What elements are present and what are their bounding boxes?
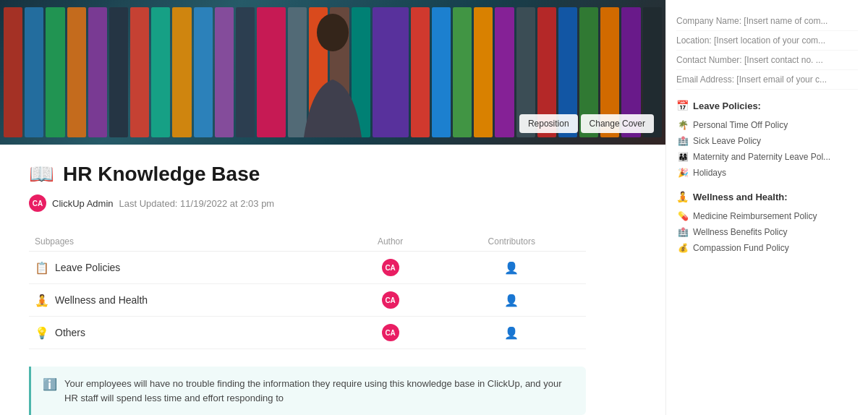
company-name-field: Company Name: [Insert name of com... <box>676 12 858 31</box>
sidebar-item-label: Personal Time Off Policy <box>693 120 856 130</box>
col-author: Author <box>344 232 438 252</box>
subpage-name[interactable]: 📋 Leave Policies <box>35 261 338 275</box>
page-title: HR Knowledge Base <box>63 163 260 186</box>
subpage-label: Others <box>55 327 85 338</box>
subpage-icon: 🧘 <box>35 294 49 307</box>
contributor-icon: 👤 <box>504 327 519 339</box>
table-row[interactable]: 📋 Leave Policies CA 👤 <box>29 252 586 284</box>
subpage-label: Wellness and Health <box>55 294 148 306</box>
subpages-table: Subpages Author Contributors 📋 Leave Pol… <box>29 232 586 349</box>
contributor-icon: 👤 <box>504 262 519 274</box>
author-name: ClickUp Admin <box>52 198 114 209</box>
author-cell: CA <box>344 284 438 317</box>
email-field: Email Address: [Insert email of your c..… <box>676 70 858 90</box>
change-cover-button[interactable]: Change Cover <box>581 114 654 133</box>
author-cell: CA <box>344 252 438 284</box>
subpage-name[interactable]: 💡 Others <box>35 326 338 340</box>
sidebar-item-label: Compassion Fund Policy <box>693 243 856 253</box>
reposition-button[interactable]: Reposition <box>519 114 578 133</box>
col-contributors: Contributors <box>437 232 586 252</box>
sidebar-item-icon: 💊 <box>678 211 689 221</box>
table-row[interactable]: 🧘 Wellness and Health CA 👤 <box>29 284 586 317</box>
cover-action-buttons: Reposition Change Cover <box>519 114 654 133</box>
subpage-name[interactable]: 🧘 Wellness and Health <box>35 294 338 307</box>
table-row[interactable]: 💡 Others CA 👤 <box>29 317 586 349</box>
leave-policies-section-icon: 📅 <box>676 100 689 111</box>
page-title-row: 📖 HR Knowledge Base <box>29 162 586 186</box>
wellness-title-text: Wellness and Health: <box>693 192 788 202</box>
sidebar-item-label: Holidays <box>693 168 856 178</box>
contributors-cell: 👤 <box>437 252 586 284</box>
sidebar-item-label: Sick Leave Policy <box>693 136 856 146</box>
contributors-cell: 👤 <box>437 317 586 349</box>
leave-policies-title-text: Leave Policies: <box>693 100 761 111</box>
location-field: Location: [Insert location of your com..… <box>676 31 858 51</box>
sidebar-item-icon: 🏥 <box>678 136 689 146</box>
wellness-section-title: 🧘 Wellness and Health: <box>676 191 858 202</box>
leave-policies-section-title: 📅 Leave Policies: <box>676 100 858 111</box>
contributors-cell: 👤 <box>437 284 586 317</box>
sidebar-item-icon: 🏥 <box>678 227 689 237</box>
author-avatar: CA <box>29 194 46 212</box>
contact-field: Contact Number: [Insert contact no. ... <box>676 51 858 70</box>
sidebar-item[interactable]: 🏥 Wellness Benefits Policy <box>676 224 858 240</box>
sidebar-item[interactable]: 💰 Compassion Fund Policy <box>676 240 858 256</box>
wellness-section-icon: 🧘 <box>676 191 689 202</box>
author-avatar: CA <box>382 324 399 341</box>
sidebar-item[interactable]: 💊 Medicine Reimbursement Policy <box>676 208 858 224</box>
info-box: ℹ️ Your employees will have no trouble f… <box>29 367 586 415</box>
author-cell: CA <box>344 317 438 349</box>
sidebar-item-label: Wellness Benefits Policy <box>693 227 856 237</box>
contributor-icon: 👤 <box>504 294 519 307</box>
sidebar-item[interactable]: 👨‍👩‍👧 Maternity and Paternity Leave Pol.… <box>676 149 858 165</box>
sidebar-item-label: Medicine Reimbursement Policy <box>693 211 856 221</box>
subpage-label: Leave Policies <box>55 262 120 273</box>
right-sidebar: Company Name: [Insert name of com... Loc… <box>665 0 868 415</box>
info-text: Your employees will have no trouble find… <box>64 377 574 405</box>
col-subpages: Subpages <box>29 232 344 252</box>
cover-image: Reposition Change Cover <box>0 0 665 145</box>
sidebar-item-icon: 🌴 <box>678 120 689 130</box>
sidebar-item-icon: 🎉 <box>678 168 689 178</box>
page-emoji: 📖 <box>29 162 54 186</box>
meta-row: CA ClickUp Admin Last Updated: 11/19/202… <box>29 194 586 212</box>
subpage-icon: 💡 <box>35 326 49 340</box>
sidebar-item[interactable]: 🏥 Sick Leave Policy <box>676 133 858 149</box>
author-avatar: CA <box>382 291 399 309</box>
author-avatar: CA <box>382 259 399 276</box>
sidebar-item-icon: 👨‍👩‍👧 <box>678 152 689 162</box>
main-content: 📖 HR Knowledge Base CA ClickUp Admin Las… <box>0 145 665 415</box>
sidebar-item[interactable]: 🎉 Holidays <box>676 165 858 181</box>
subpage-icon: 📋 <box>35 261 49 275</box>
sidebar-item-label: Maternity and Paternity Leave Pol... <box>693 152 856 162</box>
last-updated: Last Updated: 11/19/2022 at 2:03 pm <box>119 198 275 209</box>
info-icon: ℹ️ <box>43 377 57 391</box>
sidebar-item-icon: 💰 <box>678 243 689 253</box>
sidebar-item[interactable]: 🌴 Personal Time Off Policy <box>676 117 858 133</box>
